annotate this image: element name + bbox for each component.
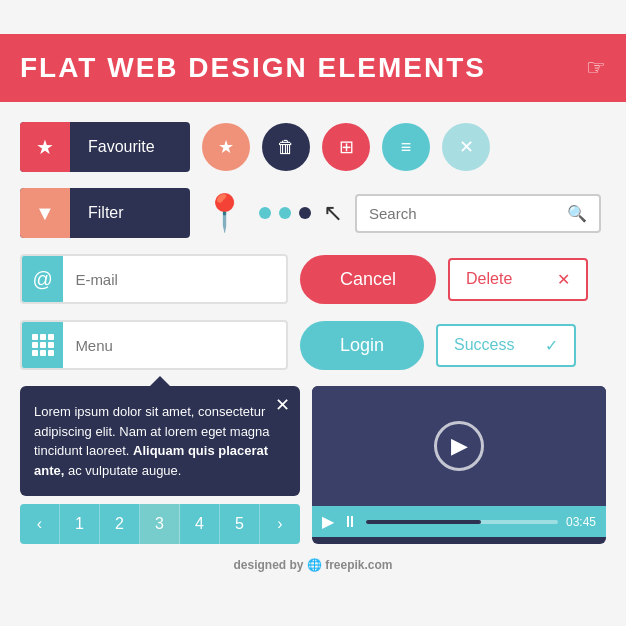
x-icon: ✕ bbox=[459, 136, 474, 158]
dot-2 bbox=[279, 207, 291, 219]
checkmark-icon: ✓ bbox=[545, 336, 558, 355]
delete-label: Delete bbox=[466, 270, 512, 288]
video-time: 03:45 bbox=[566, 515, 596, 529]
search-box[interactable]: 🔍 bbox=[355, 194, 601, 233]
footer-text: designed by bbox=[233, 558, 306, 572]
video-progress-bar[interactable] bbox=[366, 520, 558, 524]
video-pause-control[interactable]: ⏸ bbox=[342, 513, 358, 531]
delete-x-icon: ✕ bbox=[557, 270, 570, 289]
page-title: FLAT WEB DESIGN ELEMENTS bbox=[20, 52, 486, 84]
success-button[interactable]: Success ✓ bbox=[436, 324, 576, 367]
video-player: ▶ ▶ ⏸ 03:45 bbox=[312, 386, 606, 544]
main-container: FLAT WEB DESIGN ELEMENTS ☞ ★ Favourite ★… bbox=[0, 34, 626, 592]
video-screen: ▶ bbox=[312, 386, 606, 506]
close-circle-button[interactable]: ✕ bbox=[442, 123, 490, 171]
tooltip-card: ✕ Lorem ipsum dolor sit amet, consectetu… bbox=[20, 386, 300, 496]
grid-circle-button[interactable]: ⊞ bbox=[322, 123, 370, 171]
video-progress-fill bbox=[366, 520, 481, 524]
favourite-button[interactable]: ★ Favourite bbox=[20, 122, 190, 172]
footer: designed by 🌐 freepik.com bbox=[0, 558, 626, 572]
filter-label: Filter bbox=[70, 204, 142, 222]
search-icon: 🔍 bbox=[567, 204, 587, 223]
hamburger-icon: ≡ bbox=[401, 137, 412, 158]
favourite-icon-box: ★ bbox=[20, 122, 70, 172]
tooltip-arrow bbox=[150, 376, 170, 386]
trash-icon: 🗑 bbox=[277, 137, 295, 158]
filter-icon-box: ▼ bbox=[20, 188, 70, 238]
grid-dots-icon bbox=[32, 334, 54, 356]
delete-button[interactable]: Delete ✕ bbox=[448, 258, 588, 301]
arrow-cursor-icon: ↖ bbox=[323, 199, 343, 227]
menu-input-group[interactable] bbox=[20, 320, 288, 370]
pagination-page-5[interactable]: 5 bbox=[220, 504, 260, 544]
play-icon: ▶ bbox=[451, 433, 468, 459]
favourite-label: Favourite bbox=[70, 138, 173, 156]
dots-indicator bbox=[259, 207, 311, 219]
trash-circle-button[interactable]: 🗑 bbox=[262, 123, 310, 171]
tooltip-text: Lorem ipsum dolor sit amet, consectetur … bbox=[34, 402, 286, 480]
dot-1 bbox=[259, 207, 271, 219]
cancel-button[interactable]: Cancel bbox=[300, 255, 436, 304]
email-input[interactable] bbox=[63, 271, 286, 288]
pagination-page-2[interactable]: 2 bbox=[100, 504, 140, 544]
filter-icon: ▼ bbox=[35, 202, 55, 225]
bottom-section: ✕ Lorem ipsum dolor sit amet, consectetu… bbox=[0, 386, 626, 544]
pagination-prev-button[interactable]: ‹ bbox=[20, 504, 60, 544]
row-2: ▼ Filter 📍 ↖ 🔍 bbox=[20, 188, 606, 238]
row-3: @ Cancel Delete ✕ bbox=[20, 254, 606, 304]
filter-button[interactable]: ▼ Filter bbox=[20, 188, 190, 238]
login-button[interactable]: Login bbox=[300, 321, 424, 370]
pagination-page-1[interactable]: 1 bbox=[60, 504, 100, 544]
menu-icon-box bbox=[22, 320, 63, 370]
dot-3-active bbox=[299, 207, 311, 219]
video-controls: ▶ ⏸ 03:45 bbox=[312, 506, 606, 537]
star-circle-button[interactable]: ★ bbox=[202, 123, 250, 171]
pagination: ‹ 1 2 3 4 5 › bbox=[20, 504, 300, 544]
video-play-control[interactable]: ▶ bbox=[322, 512, 334, 531]
tooltip-wrapper: ✕ Lorem ipsum dolor sit amet, consectetu… bbox=[20, 386, 300, 496]
menu-circle-button[interactable]: ≡ bbox=[382, 123, 430, 171]
row-4: Login Success ✓ bbox=[20, 320, 606, 370]
left-bottom: ✕ Lorem ipsum dolor sit amet, consectetu… bbox=[20, 386, 300, 544]
menu-input[interactable] bbox=[63, 337, 286, 354]
pagination-page-4[interactable]: 4 bbox=[180, 504, 220, 544]
pagination-page-3-active[interactable]: 3 bbox=[140, 504, 180, 544]
star-circle-icon: ★ bbox=[218, 136, 234, 158]
footer-brand: freepik.com bbox=[325, 558, 392, 572]
success-label: Success bbox=[454, 336, 514, 354]
email-input-group[interactable]: @ bbox=[20, 254, 288, 304]
content-area: ★ Favourite ★ 🗑 ⊞ ≡ ✕ bbox=[0, 102, 626, 370]
grid-icon: ⊞ bbox=[339, 136, 354, 158]
pagination-next-button[interactable]: › bbox=[260, 504, 300, 544]
tooltip-close-button[interactable]: ✕ bbox=[275, 394, 290, 416]
location-pin-icon: 📍 bbox=[202, 192, 247, 234]
header: FLAT WEB DESIGN ELEMENTS ☞ bbox=[0, 34, 626, 102]
star-icon: ★ bbox=[36, 135, 54, 159]
play-button[interactable]: ▶ bbox=[434, 421, 484, 471]
at-icon: @ bbox=[33, 268, 53, 291]
at-icon-box: @ bbox=[22, 254, 63, 304]
search-input[interactable] bbox=[369, 205, 559, 222]
row-1: ★ Favourite ★ 🗑 ⊞ ≡ ✕ bbox=[20, 122, 606, 172]
cursor-icon: ☞ bbox=[586, 55, 606, 81]
